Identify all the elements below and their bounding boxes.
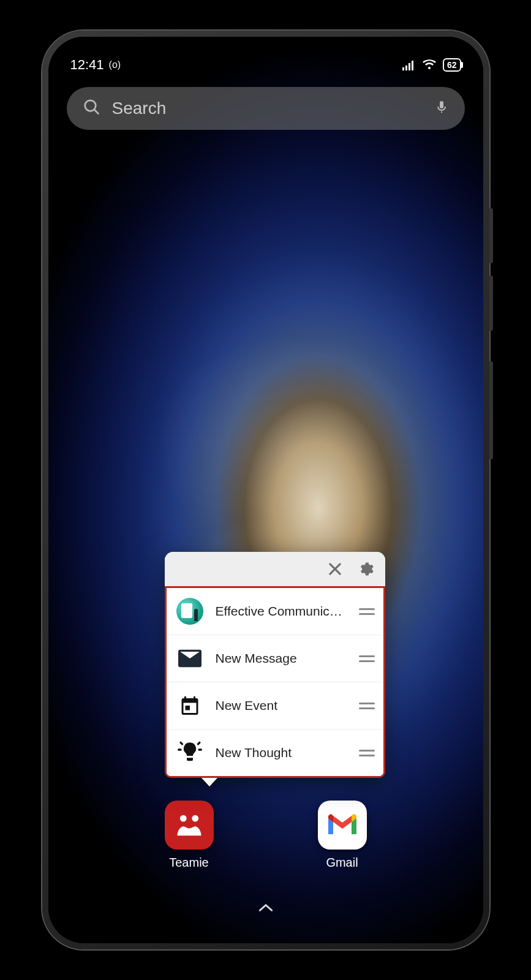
shortcut-label: New Thought — [216, 745, 347, 760]
mic-icon[interactable] — [434, 98, 449, 119]
phone-frame: 12:41 (o) — [42, 31, 489, 949]
classroom-avatar-icon — [176, 598, 203, 625]
gmail-icon — [318, 801, 367, 850]
calendar-icon — [176, 692, 203, 719]
phone-inner: 12:41 (o) — [48, 37, 483, 943]
svg-rect-2 — [409, 63, 410, 70]
power-button[interactable] — [489, 361, 493, 459]
svg-rect-0 — [402, 67, 404, 70]
wifi-icon — [422, 59, 437, 70]
svg-point-10 — [192, 815, 198, 822]
drag-handle-icon[interactable] — [359, 703, 375, 709]
search-bar[interactable]: Search — [67, 87, 465, 130]
drag-handle-icon[interactable] — [359, 750, 375, 756]
shortcut-label: New Event — [216, 698, 347, 713]
svg-point-4 — [85, 100, 96, 111]
app-teamie[interactable]: Teamie — [165, 801, 214, 870]
status-time: 12:41 — [70, 57, 104, 73]
shortcut-new-thought[interactable]: New Thought — [167, 729, 383, 776]
shortcut-label: Effective Communic… — [216, 604, 347, 619]
svg-rect-1 — [405, 66, 407, 70]
teamie-icon — [165, 801, 214, 850]
drag-handle-icon[interactable] — [359, 608, 375, 615]
mail-icon — [176, 645, 203, 672]
status-bar: 12:41 (o) — [70, 53, 461, 77]
gear-icon[interactable] — [357, 560, 374, 578]
volume-down-button[interactable] — [489, 276, 493, 331]
battery-text: 62 — [447, 60, 457, 70]
shortcut-new-event[interactable]: New Event — [167, 682, 383, 729]
shortcut-new-message[interactable]: New Message — [167, 635, 383, 682]
popup-header — [165, 552, 385, 586]
app-label: Gmail — [326, 856, 358, 870]
shortcut-effective-communication[interactable]: Effective Communic… — [167, 588, 383, 635]
screen: 12:41 (o) — [48, 37, 483, 943]
svg-point-9 — [179, 815, 186, 822]
search-placeholder: Search — [112, 99, 423, 118]
app-label: Teamie — [169, 856, 208, 870]
battery-indicator: 62 — [443, 58, 461, 72]
shortcuts-highlight: Effective Communic… New Message — [165, 586, 385, 778]
swipe-up-indicator[interactable] — [258, 903, 274, 915]
svg-line-5 — [94, 110, 99, 115]
app-gmail[interactable]: Gmail — [318, 801, 367, 870]
signal-icon — [402, 59, 416, 70]
close-icon[interactable] — [326, 560, 344, 578]
volume-up-button[interactable] — [489, 208, 493, 263]
app-shortcut-popup: Effective Communic… New Message — [165, 552, 385, 778]
recording-indicator: (o) — [109, 59, 121, 70]
svg-rect-3 — [412, 61, 413, 70]
dock: Teamie Gmail — [48, 801, 483, 870]
drag-handle-icon[interactable] — [359, 655, 375, 662]
lightbulb-icon — [176, 739, 203, 766]
shortcut-label: New Message — [216, 651, 347, 666]
search-icon — [83, 98, 101, 119]
